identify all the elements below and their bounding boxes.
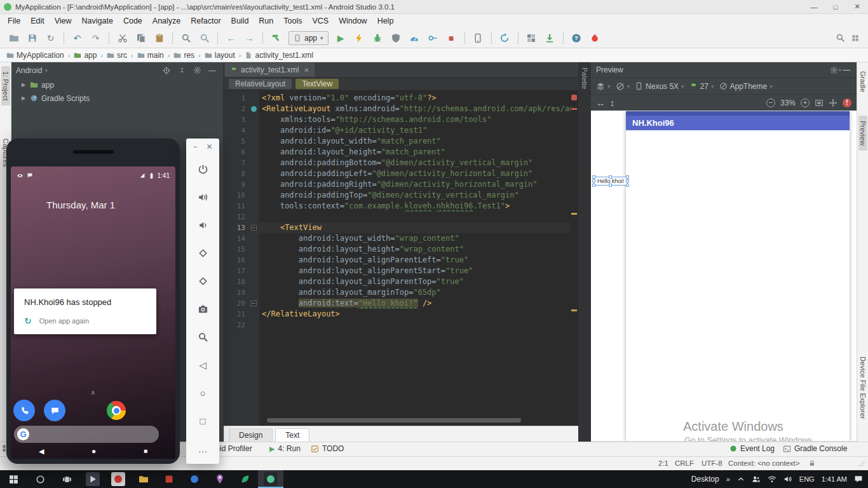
stripe-mark[interactable]	[571, 108, 577, 110]
error-status-icon[interactable]	[571, 95, 577, 100]
project-structure-button[interactable]	[523, 30, 540, 46]
code-line[interactable]: 7 android:paddingBottom="@dimen/activity…	[224, 158, 578, 168]
resize-horizontal-icon[interactable]: ↔	[596, 98, 605, 107]
expand-arrow-icon[interactable]: ▶	[20, 95, 27, 101]
breadcrumb-item[interactable]: activity_test1.xml	[245, 51, 313, 60]
find-button[interactable]	[177, 30, 194, 46]
code-line[interactable]: 9 android:paddingRight="@dimen/activity_…	[224, 179, 578, 190]
menu-refactor[interactable]: Refactor	[186, 14, 226, 28]
expand-arrow-icon[interactable]: ▶	[20, 82, 27, 88]
resize-vertical-icon[interactable]: ↕	[610, 98, 614, 107]
hide-preview-icon[interactable]: —	[841, 65, 851, 74]
code-line[interactable]: 14 android:layout_width="wrap_content"	[224, 233, 578, 244]
zoom-out-button[interactable]: −	[766, 98, 775, 107]
green-app-icon[interactable]	[233, 470, 258, 488]
breadcrumb-chip-relativelayout[interactable]: RelativeLayout	[229, 79, 292, 89]
menu-file[interactable]: File	[3, 14, 25, 28]
android-studio-icon[interactable]	[258, 470, 283, 488]
menu-run[interactable]: Run	[254, 14, 278, 28]
messages-app-icon[interactable]	[44, 400, 65, 421]
pan-icon[interactable]	[829, 98, 837, 107]
code-editor[interactable]: 1<?xml version="1.0" encoding="utf-8"?>2…	[224, 91, 578, 426]
coverage-button[interactable]	[388, 30, 405, 46]
gradle-console-button[interactable]: Gradle Console	[783, 444, 847, 453]
emulator-screen[interactable]: 1:41 Thursday, Mar 1 NH.Khoi96 has stopp…	[11, 166, 175, 459]
back-button[interactable]: ←	[222, 30, 240, 46]
build-button[interactable]	[268, 30, 285, 46]
help-button[interactable]: ?	[568, 30, 585, 46]
profile-button[interactable]	[406, 30, 423, 46]
task-view-button[interactable]	[53, 470, 80, 488]
emulator-minimize-button[interactable]: −	[193, 142, 197, 151]
code-line[interactable]: 5 android:layout_width="match_parent"	[224, 136, 578, 147]
cut-button[interactable]	[114, 30, 131, 46]
caret-position-widget[interactable]: 2:1	[658, 459, 668, 467]
clock[interactable]: 1:41 AM	[822, 475, 847, 483]
hide-panel-icon[interactable]: —	[206, 65, 219, 76]
emulator-screenshot-button[interactable]	[186, 295, 219, 323]
code-line[interactable]: 18 android:layout_alignParentTop="true"	[224, 276, 578, 287]
error-stripe[interactable]	[571, 91, 578, 426]
code-line[interactable]: 19 android:layout_marginTop="65dp"	[224, 287, 578, 298]
breadcrumb-item[interactable]: MyApplication	[6, 51, 64, 60]
breadcrumb-item[interactable]: main	[137, 51, 164, 60]
api-selector[interactable]: 27 ▾	[689, 82, 714, 91]
render-errors-icon[interactable]: !	[843, 98, 851, 107]
code-line[interactable]: 6 android:layout_height="match_parent"	[224, 147, 578, 158]
project-view-selector[interactable]: Android	[16, 66, 42, 75]
google-search-bar[interactable]: G	[14, 426, 159, 443]
stripe-mark[interactable]	[571, 213, 577, 215]
tool-stripe-tab-preview[interactable]: Preview	[858, 116, 867, 151]
emulator-volume-up-button[interactable]	[186, 183, 219, 211]
breadcrumb-item[interactable]: src	[107, 51, 127, 60]
action-center-icon[interactable]	[854, 475, 863, 484]
network-icon[interactable]	[768, 475, 776, 484]
save-all-button[interactable]	[24, 30, 41, 46]
theme-selector[interactable]: AppTheme ▾	[719, 82, 773, 91]
emulator-overview-button[interactable]: □	[186, 407, 219, 435]
emulator-rotate-left-button[interactable]	[186, 239, 219, 267]
run-tool-window-button[interactable]: ▶ 4: Run	[269, 444, 301, 453]
emulator-home-button[interactable]: ○	[186, 379, 219, 407]
todo-button[interactable]: TODO	[311, 444, 344, 453]
menu-help[interactable]: Help	[372, 14, 399, 28]
code-line[interactable]: 22	[224, 320, 578, 330]
file-explorer-icon[interactable]	[131, 470, 156, 488]
collapse-all-icon[interactable]	[175, 65, 188, 76]
phone-app-icon[interactable]	[13, 400, 35, 421]
zoom-fit-icon[interactable]	[815, 98, 824, 107]
horizontal-scrollbar[interactable]	[259, 418, 571, 423]
code-line[interactable]: 16 android:layout_alignParentLeft="true"	[224, 255, 578, 266]
stripe-mark[interactable]	[571, 309, 577, 311]
menu-navigate[interactable]: Navigate	[77, 14, 118, 28]
emulator-zoom-button[interactable]	[186, 323, 219, 351]
code-line[interactable]: 1<?xml version="1.0" encoding="utf-8"?>	[224, 93, 578, 104]
sdk-manager-button[interactable]	[541, 30, 559, 46]
tab-design[interactable]: Design	[229, 428, 273, 442]
code-line[interactable]: 4 android:id="@+id/activity_test1"	[224, 125, 578, 136]
code-line[interactable]: 17 android:layout_alignParentStart="true…	[224, 266, 578, 276]
palette-tab[interactable]: Palette	[581, 67, 588, 89]
zoom-in-button[interactable]: +	[801, 98, 810, 107]
lock-icon[interactable]	[808, 459, 816, 467]
emulator-more-button[interactable]: …	[186, 435, 219, 463]
photos-app-icon[interactable]	[105, 470, 131, 488]
undo-button[interactable]: ↶	[69, 30, 86, 46]
code-line[interactable]: 3 xmlns:tools="http://schemas.android.co…	[224, 114, 578, 125]
volume-icon[interactable]	[783, 475, 792, 484]
tool-stripe-tab-device-file-explorer[interactable]: Device File Explorer	[858, 351, 867, 424]
context-widget[interactable]: Context: <no context>	[728, 459, 800, 467]
toolbar-overflow-icon[interactable]	[851, 34, 859, 42]
project-tree-item-app[interactable]: ▶app	[11, 78, 223, 92]
encoding-widget[interactable]: UTF-8	[702, 459, 722, 467]
code-line[interactable]: 21</RelativeLayout>	[224, 309, 578, 320]
avd-manager-button[interactable]	[470, 30, 487, 46]
breadcrumb-item[interactable]: app	[74, 51, 97, 60]
open-app-again-button[interactable]: ↻ Open app again	[24, 316, 89, 325]
minimize-button[interactable]: —	[803, 0, 825, 13]
line-separator-widget[interactable]: CRLF	[675, 459, 694, 467]
preview-canvas[interactable]: NH.Khoi96 Hello khoi! Activate Windows G…	[591, 111, 857, 442]
menu-window[interactable]: Window	[334, 14, 372, 28]
maps-app-icon[interactable]	[207, 470, 233, 488]
forward-button[interactable]: →	[241, 30, 258, 46]
